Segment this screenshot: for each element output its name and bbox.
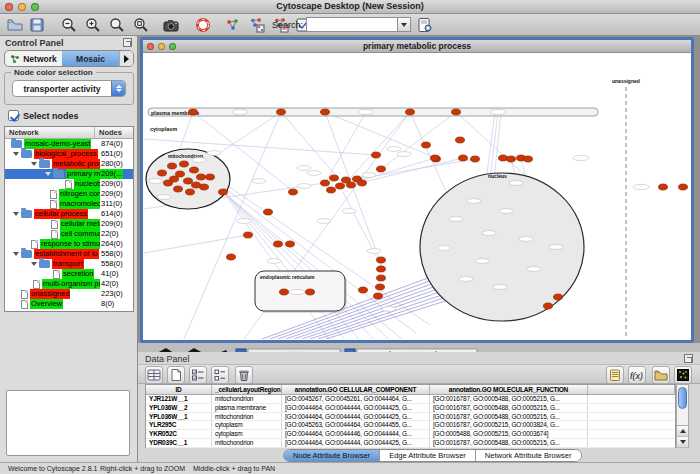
- import-attributes-button[interactable]: [652, 366, 670, 384]
- column-header[interactable]: _cellularLayoutRegion: [212, 385, 282, 394]
- tree-row[interactable]: unassigned223(0): [5, 289, 133, 299]
- expander-icon[interactable]: [45, 172, 51, 176]
- document-gear-button[interactable]: [416, 16, 434, 34]
- column-header[interactable]: annotation.GO CELLULAR_COMPONENT: [282, 385, 430, 394]
- page-icon: [50, 200, 57, 209]
- tree-node-count: 614(0): [100, 209, 124, 219]
- cell-component: [GO:0044464, GO:0044446, GO:0044444, G..…: [282, 430, 430, 438]
- zoom-selected-button[interactable]: [108, 16, 126, 34]
- main-toolbar: Search:: [0, 14, 700, 36]
- status-bar: Welcome to Cytoscape 2.8.1 Right-click +…: [0, 462, 700, 474]
- tab-network-attribute-browser[interactable]: Network Attribute Browser: [476, 450, 581, 461]
- float-panel-icon[interactable]: [123, 38, 132, 47]
- attribute-select-icon: [191, 368, 205, 382]
- colored-graph-button[interactable]: [224, 16, 242, 34]
- formula-button[interactable]: f(x): [628, 366, 646, 384]
- tree-node-count: 209(...: [100, 169, 123, 179]
- table-row[interactable]: YPL036W__2plasma membrane[GO:0044464, GO…: [146, 404, 675, 413]
- table-row[interactable]: YDR039C__1mitochondrion[GO:0044464, GO:0…: [146, 439, 675, 448]
- tree-row[interactable]: cellular metabol209(0): [5, 219, 133, 229]
- help-button[interactable]: [194, 16, 212, 34]
- attribute-list-icon: [213, 368, 227, 382]
- select-nodes-row: Select nodes: [8, 110, 79, 121]
- group-label: Node color selection: [11, 68, 96, 77]
- tree-node-label: response to stimulu: [40, 239, 107, 249]
- table-scrollbar[interactable]: [676, 384, 689, 448]
- float-panel-icon[interactable]: [684, 354, 693, 363]
- matrix-button[interactable]: [674, 366, 692, 384]
- tree-row[interactable]: nucleobase-209(0): [5, 179, 133, 189]
- tree-row[interactable]: secretion41(0): [5, 269, 133, 279]
- table-grid-button[interactable]: [145, 366, 163, 384]
- scroll-up-button[interactable]: [677, 426, 688, 437]
- tree-row[interactable]: establishment of lo558(0): [5, 249, 133, 259]
- select-nodes-checkbox[interactable]: [8, 110, 19, 121]
- graph-overlay-icon-1: [249, 17, 265, 33]
- network-view-window[interactable]: primary metabolic process plasma me: [140, 37, 694, 343]
- expander-icon[interactable]: [13, 212, 19, 216]
- tab-network[interactable]: Network: [5, 51, 62, 66]
- tree-row[interactable]: Overview8(0): [5, 299, 133, 309]
- zoom-fit-button[interactable]: [132, 16, 150, 34]
- open-session-button[interactable]: [6, 16, 24, 34]
- save-session-button[interactable]: [28, 16, 46, 34]
- tab-node-attribute-browser[interactable]: Node Attribute Browser: [284, 450, 380, 461]
- tree-row[interactable]: cell communicat22(0): [5, 229, 133, 239]
- data-panel-title: Data Panel: [145, 354, 190, 364]
- tab-edge-attribute-browser[interactable]: Edge Attribute Browser: [380, 450, 476, 461]
- control-panel: Control Panel Network Mosaic Node color …: [0, 36, 138, 462]
- new-document-button[interactable]: [167, 366, 185, 384]
- notepad-button[interactable]: [606, 366, 624, 384]
- scrollbar-thumb[interactable]: [678, 387, 687, 409]
- table-row[interactable]: YPL036W__1mitochondrion[GO:0044464, GO:0…: [146, 413, 675, 422]
- cell-component: [GO:0044464, GO:0044444, GO:0044425, G..…: [282, 439, 430, 447]
- tab-mosaic-label: Mosaic: [76, 54, 105, 64]
- tree-header: Network Nodes: [5, 127, 133, 139]
- expander-icon[interactable]: [31, 162, 37, 166]
- column-header[interactable]: annotation.GO MOLECULAR_FUNCTION: [430, 385, 588, 394]
- control-panel-tabs: Network Mosaic: [4, 50, 134, 67]
- snapshot-button[interactable]: [162, 16, 180, 34]
- expander-icon[interactable]: [13, 152, 19, 156]
- attribute-select-button[interactable]: [189, 366, 207, 384]
- zoom-in-button[interactable]: [84, 16, 102, 34]
- tree-row[interactable]: biological_process651(0): [5, 149, 133, 159]
- zoom-out-button[interactable]: [60, 16, 78, 34]
- expander-icon[interactable]: [13, 252, 19, 256]
- data-panel: Data Panel f(x) ID: [138, 352, 700, 462]
- tree-node-count: 558(0): [100, 259, 124, 269]
- cell-id: YLR295C: [146, 421, 212, 429]
- tree-row-selected[interactable]: primary metabo209(...: [5, 169, 133, 179]
- search-input[interactable]: [306, 17, 398, 32]
- tab-mosaic[interactable]: Mosaic: [62, 51, 119, 66]
- tree-row[interactable]: metabolic process280(0): [5, 159, 133, 169]
- cell-component: [GO:0045267, GO:0045261, GO:0044464, G..…: [282, 395, 430, 403]
- table-row[interactable]: YLR295Ccytoplasm[GO:0045263, GO:0044464,…: [146, 421, 675, 430]
- delete-attribute-button[interactable]: [235, 366, 253, 384]
- camera-icon: [163, 17, 179, 33]
- cell-component: [GO:0044464, GO:0044444, GO:0044425, G..…: [282, 413, 430, 421]
- network-graph: plasma membrane cytoplasm mitochondrion …: [144, 61, 690, 339]
- attribute-list-button[interactable]: [211, 366, 229, 384]
- search-dropdown-button[interactable]: [398, 17, 411, 32]
- more-tabs-button[interactable]: [119, 51, 133, 66]
- browser-tabs: Node Attribute Browser Edge Attribute Br…: [283, 449, 582, 462]
- scroll-down-button[interactable]: [677, 437, 688, 448]
- tree-node-count: 8(0): [100, 299, 115, 309]
- tree-row[interactable]: nitrogen compo209(0): [5, 189, 133, 199]
- tree-row[interactable]: multi-organism pro42(0): [5, 279, 133, 289]
- network-window-titlebar[interactable]: primary metabolic process: [143, 40, 691, 53]
- network-canvas[interactable]: plasma membrane cytoplasm mitochondrion …: [143, 53, 691, 340]
- tree-row[interactable]: transport558(0): [5, 259, 133, 269]
- tree-row[interactable]: cellular process614(0): [5, 209, 133, 219]
- expander-icon[interactable]: [31, 262, 37, 266]
- cell-id: YJR121W__1: [146, 395, 212, 403]
- new-document-icon: [169, 368, 183, 382]
- table-row[interactable]: YJR121W__1mitochondrion[GO:0045267, GO:0…: [146, 395, 675, 404]
- table-row[interactable]: YKR052Ccytoplasm[GO:0044464, GO:0044446,…: [146, 430, 675, 439]
- column-header[interactable]: ID: [146, 385, 212, 394]
- mosaic-empty-panel: [6, 390, 130, 456]
- graph-overlay-button-1[interactable]: [248, 16, 266, 34]
- node-color-dropdown[interactable]: transporter activity: [12, 80, 126, 97]
- cell-component: [GO:0044464, GO:0044444, GO:0044425, G..…: [282, 404, 430, 412]
